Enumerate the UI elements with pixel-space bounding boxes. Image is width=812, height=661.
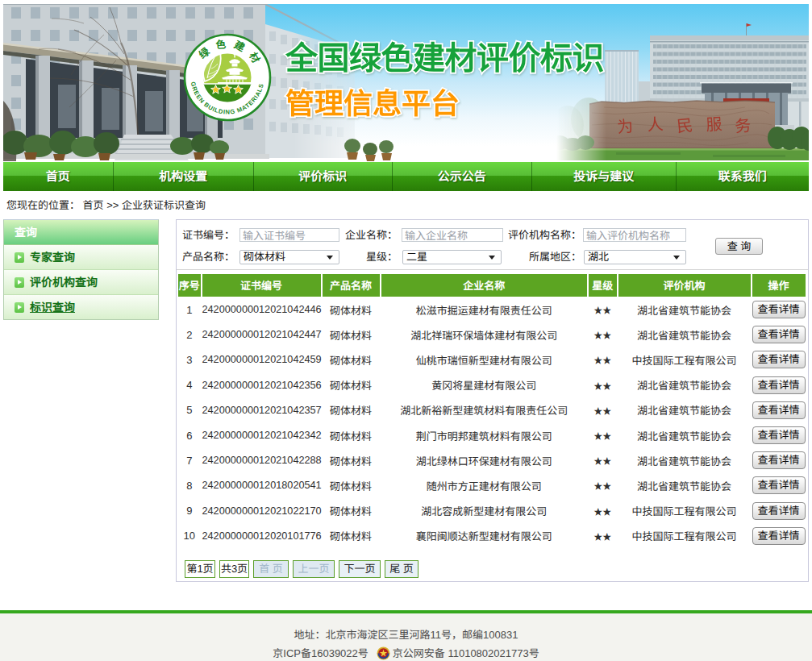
- svg-text:管理信息平台: 管理信息平台: [285, 80, 460, 122]
- svg-text:民: 民: [676, 112, 694, 137]
- svg-text:服: 服: [705, 111, 722, 135]
- svg-text:务: 务: [734, 112, 752, 137]
- svg-text:为: 为: [616, 113, 635, 138]
- svg-text:人: 人: [646, 111, 664, 135]
- svg-text:全国绿色建材评价标识: 全国绿色建材评价标识: [285, 32, 604, 79]
